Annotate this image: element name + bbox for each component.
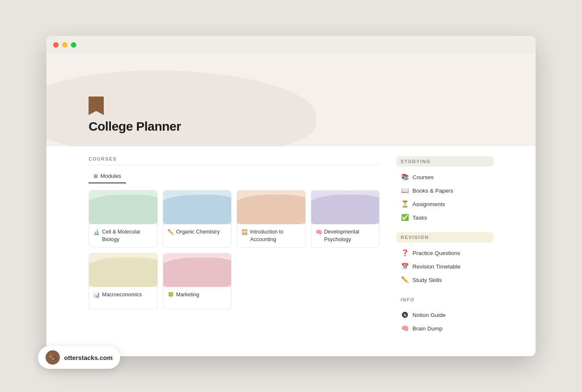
browser-content: College Planner COURSES ⊞ Modules bbox=[46, 54, 536, 356]
bookmark-icon bbox=[89, 97, 104, 115]
notion-icon: 🅝 bbox=[401, 311, 409, 319]
watermark: 🦦 otterstacks.com bbox=[38, 346, 120, 369]
hero-content: College Planner bbox=[89, 97, 181, 134]
card-footer-organic-chem: ✏️ Organic Chemistry bbox=[163, 224, 232, 246]
card-image-intro-accounting bbox=[237, 191, 305, 224]
card-emoji-marketing: 🍀 bbox=[167, 292, 174, 298]
title-bar bbox=[46, 36, 536, 54]
card-label-dev-psych: Developmental Psychology bbox=[324, 228, 375, 243]
card-blob bbox=[237, 195, 305, 224]
page-title: College Planner bbox=[89, 119, 181, 134]
practice-icon: ❓ bbox=[401, 249, 409, 257]
card-emoji-macroeconomics: 📊 bbox=[93, 292, 100, 298]
otter-icon: 🦦 bbox=[46, 350, 60, 365]
sidebar-study-skills-label: Study Skills bbox=[412, 277, 442, 283]
tabs-bar: ⊞ Modules bbox=[89, 170, 380, 183]
card-label-intro-accounting: Introduction to Accounting bbox=[250, 228, 301, 243]
course-card-intro-accounting[interactable]: 🧮 Introduction to Accounting bbox=[237, 190, 306, 248]
sidebar-item-books-papers[interactable]: 📖 Books & Papers bbox=[396, 184, 493, 197]
otter-emoji: 🦦 bbox=[48, 353, 57, 362]
course-card-macroeconomics[interactable]: 📊 Macroeconomics bbox=[89, 253, 158, 309]
assignments-icon: ⏳ bbox=[401, 200, 409, 208]
card-image-marketing bbox=[163, 253, 232, 287]
card-blob bbox=[163, 258, 232, 287]
tasks-icon: ✅ bbox=[401, 214, 409, 221]
card-image-cell-bio bbox=[89, 191, 157, 224]
card-label-organic-chem: Organic Chemistry bbox=[176, 228, 220, 236]
sidebar-tasks-label: Tasks bbox=[412, 215, 427, 221]
sidebar-item-assignments[interactable]: ⏳ Assignments bbox=[396, 198, 493, 210]
card-image-dev-psych bbox=[311, 191, 380, 224]
card-blob bbox=[89, 258, 157, 287]
hero-blob bbox=[46, 70, 316, 146]
sidebar-books-label: Books & Papers bbox=[412, 188, 453, 194]
sidebar-revision-section: REVISION ❓ Practice Questions 📅 Revision… bbox=[396, 232, 493, 286]
main-layout: COURSES ⊞ Modules 🔬 bbox=[46, 146, 536, 356]
card-emoji-cell-bio: 🔬 bbox=[93, 229, 100, 235]
study-skills-icon: ✏️ bbox=[401, 276, 409, 284]
card-emoji-dev-psych: 🧠 bbox=[315, 229, 322, 235]
sidebar-item-tasks[interactable]: ✅ Tasks bbox=[396, 211, 493, 224]
card-footer-dev-psych: 🧠 Developmental Psychology bbox=[311, 224, 380, 247]
courses-section-header: COURSES bbox=[89, 156, 380, 165]
hero-section: College Planner bbox=[46, 54, 536, 146]
card-image-macroeconomics bbox=[89, 253, 157, 287]
sidebar-assignments-label: Assignments bbox=[412, 201, 445, 207]
sidebar-studying-section: STUDYING 📚 Courses 📖 Books & Papers ⏳ As… bbox=[396, 156, 493, 224]
card-image-organic-chem bbox=[163, 191, 232, 224]
modules-tab-icon: ⊞ bbox=[94, 173, 98, 179]
sidebar-item-practice-questions[interactable]: ❓ Practice Questions bbox=[396, 247, 493, 259]
browser-window: College Planner COURSES ⊞ Modules bbox=[46, 36, 536, 356]
course-card-dev-psych[interactable]: 🧠 Developmental Psychology bbox=[311, 190, 380, 248]
sidebar-info-header: INFO bbox=[396, 295, 493, 305]
sidebar-courses-label: Courses bbox=[412, 174, 434, 180]
card-blob bbox=[89, 195, 157, 224]
card-footer-macroeconomics: 📊 Macroeconomics bbox=[89, 287, 157, 309]
courses-section: COURSES ⊞ Modules 🔬 bbox=[89, 146, 380, 356]
sidebar-revision-header: REVISION bbox=[396, 232, 493, 242]
close-button[interactable] bbox=[53, 42, 59, 48]
card-blob bbox=[163, 195, 232, 224]
tab-modules[interactable]: ⊞ Modules bbox=[89, 170, 126, 183]
sidebar-info-section: INFO 🅝 Notion Guide 🧠 Brain Dump bbox=[396, 295, 493, 335]
sidebar-timetable-label: Revision Timetable bbox=[412, 263, 461, 270]
sidebar-studying-header: STUDYING bbox=[396, 156, 493, 166]
card-footer-marketing: 🍀 Marketing bbox=[163, 287, 232, 309]
card-emoji-organic-chem: ✏️ bbox=[167, 229, 174, 235]
sidebar-practice-label: Practice Questions bbox=[412, 250, 460, 256]
timetable-icon: 📅 bbox=[401, 263, 409, 270]
courses-icon: 📚 bbox=[401, 173, 409, 181]
brain-dump-icon: 🧠 bbox=[401, 325, 409, 332]
tab-modules-label: Modules bbox=[100, 173, 121, 179]
card-blob bbox=[311, 195, 380, 224]
sidebar-brain-dump-label: Brain Dump bbox=[412, 325, 442, 332]
card-emoji-intro-accounting: 🧮 bbox=[241, 229, 248, 235]
card-label-cell-bio: Cell & Molecular Biology bbox=[102, 228, 153, 243]
sidebar-item-notion-guide[interactable]: 🅝 Notion Guide bbox=[396, 309, 493, 321]
courses-grid: 🔬 Cell & Molecular Biology ✏️ Organic Ch… bbox=[89, 190, 380, 309]
sidebar-item-study-skills[interactable]: ✏️ Study Skills bbox=[396, 274, 493, 286]
card-footer-cell-bio: 🔬 Cell & Molecular Biology bbox=[89, 224, 157, 247]
watermark-text: otterstacks.com bbox=[64, 354, 113, 361]
course-card-cell-bio[interactable]: 🔬 Cell & Molecular Biology bbox=[89, 190, 158, 248]
maximize-button[interactable] bbox=[71, 42, 76, 48]
sidebar: STUDYING 📚 Courses 📖 Books & Papers ⏳ As… bbox=[396, 146, 493, 356]
sidebar-notion-label: Notion Guide bbox=[412, 312, 446, 318]
course-card-marketing[interactable]: 🍀 Marketing bbox=[163, 253, 232, 309]
course-card-organic-chem[interactable]: ✏️ Organic Chemistry bbox=[163, 190, 232, 248]
card-label-macroeconomics: Macroeconomics bbox=[102, 291, 142, 299]
sidebar-item-courses[interactable]: 📚 Courses bbox=[396, 171, 493, 183]
card-footer-intro-accounting: 🧮 Introduction to Accounting bbox=[237, 224, 305, 247]
sidebar-item-revision-timetable[interactable]: 📅 Revision Timetable bbox=[396, 260, 493, 273]
minimize-button[interactable] bbox=[62, 42, 67, 48]
sidebar-item-brain-dump[interactable]: 🧠 Brain Dump bbox=[396, 322, 493, 335]
books-icon: 📖 bbox=[401, 187, 409, 194]
card-label-marketing: Marketing bbox=[176, 291, 199, 299]
